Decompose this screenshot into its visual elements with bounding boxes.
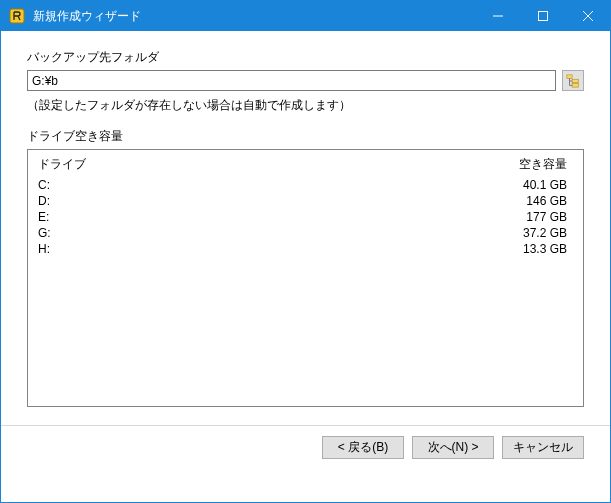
next-button[interactable]: 次へ(N) >: [412, 436, 494, 459]
drive-name: E:: [38, 209, 483, 225]
drive-free: 40.1 GB: [483, 177, 573, 193]
svg-rect-6: [572, 79, 578, 83]
window-controls: [475, 1, 610, 31]
back-button[interactable]: < 戻る(B): [322, 436, 404, 459]
drive-free: 37.2 GB: [483, 225, 573, 241]
browse-button[interactable]: [562, 70, 584, 91]
backup-folder-row: [27, 70, 584, 91]
drive-row: H: 13.3 GB: [36, 241, 575, 257]
button-row: < 戻る(B) 次へ(N) > キャンセル: [27, 426, 584, 459]
folder-tree-icon: [566, 74, 580, 88]
content-area: バックアップ先フォルダ （設定したフォルダが存在しない場合は自動で作成します） …: [1, 31, 610, 502]
hint-text: （設定したフォルダが存在しない場合は自動で作成します）: [27, 97, 584, 114]
svg-rect-5: [567, 74, 572, 78]
drive-row: C: 40.1 GB: [36, 177, 575, 193]
maximize-button[interactable]: [520, 1, 565, 31]
window-title: 新規作成ウィザード: [33, 8, 475, 25]
drive-list-header: ドライブ 空き容量: [36, 154, 575, 177]
titlebar: 新規作成ウィザード: [1, 1, 610, 31]
drive-free: 146 GB: [483, 193, 573, 209]
drive-name: C:: [38, 177, 483, 193]
wizard-window: 新規作成ウィザード バックアップ先フォルダ: [0, 0, 611, 503]
drive-row: D: 146 GB: [36, 193, 575, 209]
drive-row: E: 177 GB: [36, 209, 575, 225]
backup-folder-input[interactable]: [27, 70, 556, 91]
minimize-button[interactable]: [475, 1, 520, 31]
close-button[interactable]: [565, 1, 610, 31]
drive-row: G: 37.2 GB: [36, 225, 575, 241]
svg-rect-7: [572, 83, 578, 87]
drive-list-box: ドライブ 空き容量 C: 40.1 GB D: 146 GB E: 177 GB…: [27, 149, 584, 407]
header-free: 空き容量: [483, 156, 573, 173]
cancel-button[interactable]: キャンセル: [502, 436, 584, 459]
backup-folder-label: バックアップ先フォルダ: [27, 49, 584, 66]
drive-name: H:: [38, 241, 483, 257]
drive-name: D:: [38, 193, 483, 209]
header-drive: ドライブ: [38, 156, 483, 173]
drive-free: 177 GB: [483, 209, 573, 225]
drive-name: G:: [38, 225, 483, 241]
svg-rect-2: [538, 12, 547, 21]
drive-free: 13.3 GB: [483, 241, 573, 257]
app-icon: [9, 8, 25, 24]
drive-section-label: ドライブ空き容量: [27, 128, 584, 145]
